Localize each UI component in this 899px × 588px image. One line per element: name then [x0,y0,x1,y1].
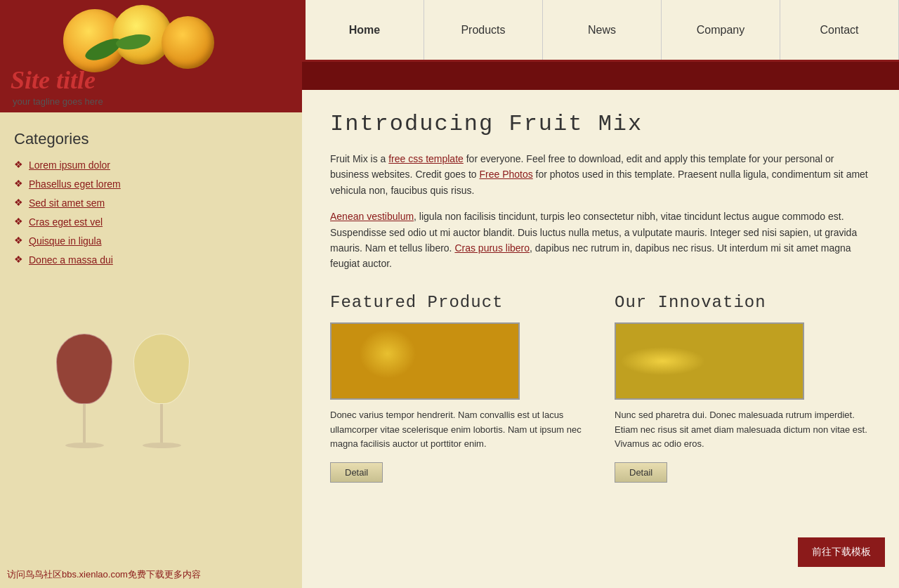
arrow-icon: ❖ [14,159,23,171]
sidebar-content: Categories ❖ Lorem ipsum dolor ❖ Phasell… [0,112,302,462]
link-aenean[interactable]: Aenean vestibulum [330,211,414,222]
link-css-template[interactable]: free css template [388,153,464,164]
columns: Featured Product Donec varius tempor hen… [330,293,871,483]
link-cras[interactable]: Cras purus libero [454,242,530,254]
category-item[interactable]: ❖ Lorem ipsum dolor [14,159,288,171]
download-button[interactable]: 前往下载模板 [798,537,885,567]
category-item[interactable]: ❖ Phasellus eget lorem [14,178,288,190]
featured-product-column: Featured Product Donec varius tempor hen… [330,293,586,483]
nav-bar: Home Products News Company Contact [302,0,899,62]
category-link-1[interactable]: Lorem ipsum dolor [29,159,110,171]
nav-item-contact[interactable]: Contact [780,0,899,60]
dark-bar [302,62,899,90]
nav-item-products[interactable]: Products [424,0,543,60]
innovation-text: Nunc sed pharetra dui. Donec malesuada r… [615,408,871,452]
category-link-5[interactable]: Quisque in ligula [29,235,102,247]
main-heading: Introducing Fruit Mix [330,111,871,137]
innovation-image [615,322,804,400]
category-link-2[interactable]: Phasellus eget lorem [29,178,121,190]
innovation-column: Our Innovation Nunc sed pharetra dui. Do… [615,293,871,483]
nav-item-company[interactable]: Company [662,0,780,60]
nav-item-home[interactable]: Home [306,0,424,60]
featured-text: Donec varius tempor hendrerit. Nam conva… [330,408,586,452]
category-item[interactable]: ❖ Sed sit amet sem [14,197,288,209]
category-item[interactable]: ❖ Cras eget est vel [14,216,288,228]
sidebar: Site title your tagline goes here Catego… [0,0,302,588]
main-content: Home Products News Company Contact Intro… [302,0,899,588]
intro-paragraph-1: Fruit Mix is a free css template for eve… [330,151,871,198]
category-item[interactable]: ❖ Donec a massa dui [14,254,288,266]
innovation-heading: Our Innovation [615,293,871,312]
site-title: Site title [11,65,96,95]
category-link-4[interactable]: Cras eget est vel [29,216,103,228]
nav-items: Home Products News Company Contact [306,0,899,60]
arrow-icon: ❖ [14,178,23,190]
featured-product-image [330,322,520,400]
intro-text-1a: Fruit Mix is a [330,153,388,164]
sidebar-header: Site title your tagline goes here [0,0,302,112]
arrow-icon: ❖ [14,197,23,209]
category-link-3[interactable]: Sed sit amet sem [29,197,105,209]
innovation-detail-button[interactable]: Detail [615,462,667,483]
featured-detail-button[interactable]: Detail [330,462,383,483]
category-item[interactable]: ❖ Quisque in ligula [14,235,288,247]
category-link-6[interactable]: Donec a massa dui [29,254,113,266]
tagline: your tagline goes here [13,96,103,107]
watermark: 访问鸟鸟社区bbs.xienlao.com免费下载更多内容 [7,568,201,581]
intro-paragraph-2: Aenean vestibulum, ligula non facilisis … [330,209,871,272]
page-body: Introducing Fruit Mix Fruit Mix is a fre… [302,90,899,588]
arrow-icon: ❖ [14,235,23,247]
categories-title: Categories [14,130,288,148]
link-free-photos[interactable]: Free Photos [479,169,532,180]
arrow-icon: ❖ [14,254,23,266]
nav-item-news[interactable]: News [543,0,662,60]
arrow-icon: ❖ [14,216,23,228]
featured-heading: Featured Product [330,293,586,312]
